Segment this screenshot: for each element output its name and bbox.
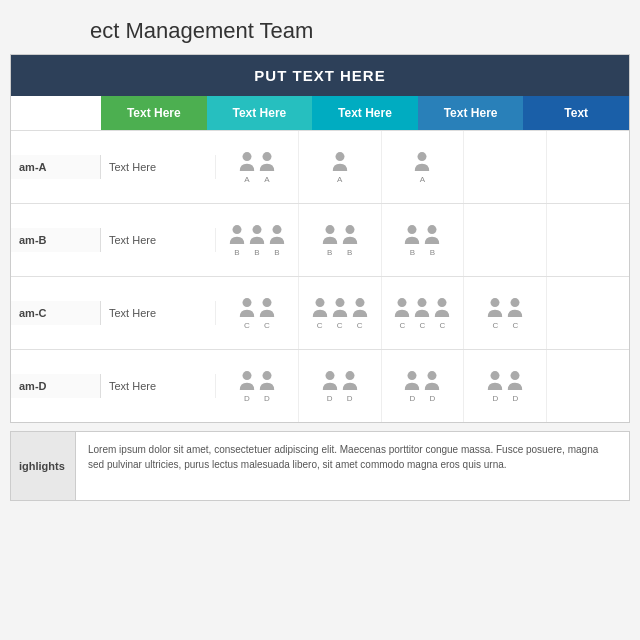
svg-point-9 xyxy=(408,225,417,234)
cell-letter: D xyxy=(341,394,359,403)
col-header-4: Text xyxy=(523,96,629,130)
cell-letter: B xyxy=(228,248,246,257)
cell-2-4 xyxy=(547,277,629,349)
person-icon xyxy=(238,297,256,319)
cell-letter: D xyxy=(486,394,504,403)
col-headers-container: Text HereText HereText HereText HereText xyxy=(101,96,629,130)
cell-letter: B xyxy=(403,248,421,257)
svg-point-14 xyxy=(335,298,344,307)
cell-3-1: DD xyxy=(299,350,382,422)
person-icon xyxy=(238,370,256,392)
cell-letter: D xyxy=(423,394,441,403)
person-icon xyxy=(413,151,431,173)
person-icon xyxy=(423,370,441,392)
person-icon xyxy=(433,297,451,319)
highlights-label-text: ighlights xyxy=(19,460,65,472)
cell-2-3: CC xyxy=(464,277,547,349)
cell-letter: C xyxy=(351,321,369,330)
cell-letter: C xyxy=(486,321,504,330)
person-icon xyxy=(486,370,504,392)
person-icon xyxy=(403,370,421,392)
svg-point-21 xyxy=(242,371,251,380)
cell-letter: C xyxy=(238,321,256,330)
highlights-section: ighlights Lorem ipsum dolor sit amet, co… xyxy=(10,431,630,501)
cell-3-4 xyxy=(547,350,629,422)
cell-letter: B xyxy=(248,248,266,257)
person-icon xyxy=(341,370,359,392)
cell-1-0: BBB xyxy=(216,204,299,276)
cell-3-3: DD xyxy=(464,350,547,422)
cell-letter: C xyxy=(393,321,411,330)
col-headers-row: Text HereText HereText HereText HereText xyxy=(11,96,629,131)
svg-point-27 xyxy=(491,371,500,380)
cell-0-0: AA xyxy=(216,131,299,203)
cell-letter: C xyxy=(331,321,349,330)
table-row: am-BText Here BBB BB BB xyxy=(11,204,629,277)
col-header-0: Text Here xyxy=(101,96,207,130)
col-header-1: Text Here xyxy=(207,96,313,130)
table-row: am-CText Here CC CCC CCC CC xyxy=(11,277,629,350)
cell-1-4 xyxy=(547,204,629,276)
row-label-1: am-B xyxy=(11,228,101,252)
spacer xyxy=(11,96,101,130)
cell-letter: B xyxy=(321,248,339,257)
person-icon xyxy=(423,224,441,246)
svg-point-12 xyxy=(262,298,271,307)
svg-point-8 xyxy=(345,225,354,234)
cell-letter: A xyxy=(331,175,349,184)
svg-point-24 xyxy=(345,371,354,380)
cell-1-1: BB xyxy=(299,204,382,276)
person-icon xyxy=(331,297,349,319)
table-row: am-DText Here DD DD DD DD xyxy=(11,350,629,422)
svg-point-25 xyxy=(408,371,417,380)
cell-letter: C xyxy=(413,321,431,330)
person-icon xyxy=(341,224,359,246)
highlights-text: Lorem ipsum dolor sit amet, consectetuer… xyxy=(76,432,629,500)
person-icon xyxy=(403,224,421,246)
cell-1-2: BB xyxy=(382,204,465,276)
svg-point-11 xyxy=(242,298,251,307)
person-icon xyxy=(321,224,339,246)
table-row: am-AText Here AA A A xyxy=(11,131,629,204)
svg-point-23 xyxy=(325,371,334,380)
person-icon xyxy=(331,151,349,173)
row-label-2: am-C xyxy=(11,301,101,325)
col-header-3: Text Here xyxy=(418,96,524,130)
svg-point-7 xyxy=(325,225,334,234)
cell-0-4 xyxy=(547,131,629,203)
svg-point-0 xyxy=(242,152,251,161)
svg-point-5 xyxy=(252,225,261,234)
cell-3-2: DD xyxy=(382,350,465,422)
person-icon xyxy=(228,224,246,246)
cell-letter: C xyxy=(433,321,451,330)
cell-2-1: CCC xyxy=(299,277,382,349)
svg-point-26 xyxy=(428,371,437,380)
person-icon xyxy=(258,151,276,173)
person-icon xyxy=(238,151,256,173)
svg-point-16 xyxy=(398,298,407,307)
cell-3-0: DD xyxy=(216,350,299,422)
svg-point-28 xyxy=(511,371,520,380)
person-icon xyxy=(506,297,524,319)
person-icon xyxy=(321,370,339,392)
svg-point-6 xyxy=(272,225,281,234)
person-icon xyxy=(486,297,504,319)
row-text-0: Text Here xyxy=(101,155,216,179)
cell-letter: B xyxy=(268,248,286,257)
cell-2-0: CC xyxy=(216,277,299,349)
cell-letter: A xyxy=(258,175,276,184)
cell-letter: B xyxy=(423,248,441,257)
svg-point-10 xyxy=(428,225,437,234)
cell-letter: D xyxy=(238,394,256,403)
cell-letter: C xyxy=(258,321,276,330)
data-rows: am-AText Here AA A Aam-BText Here BBB BB… xyxy=(11,131,629,422)
svg-point-2 xyxy=(335,152,344,161)
cell-0-2: A xyxy=(382,131,465,203)
cell-2-2: CCC xyxy=(382,277,465,349)
svg-point-17 xyxy=(418,298,427,307)
person-icon xyxy=(268,224,286,246)
col-header-2: Text Here xyxy=(312,96,418,130)
svg-point-3 xyxy=(418,152,427,161)
svg-point-18 xyxy=(438,298,447,307)
person-icon xyxy=(248,224,266,246)
